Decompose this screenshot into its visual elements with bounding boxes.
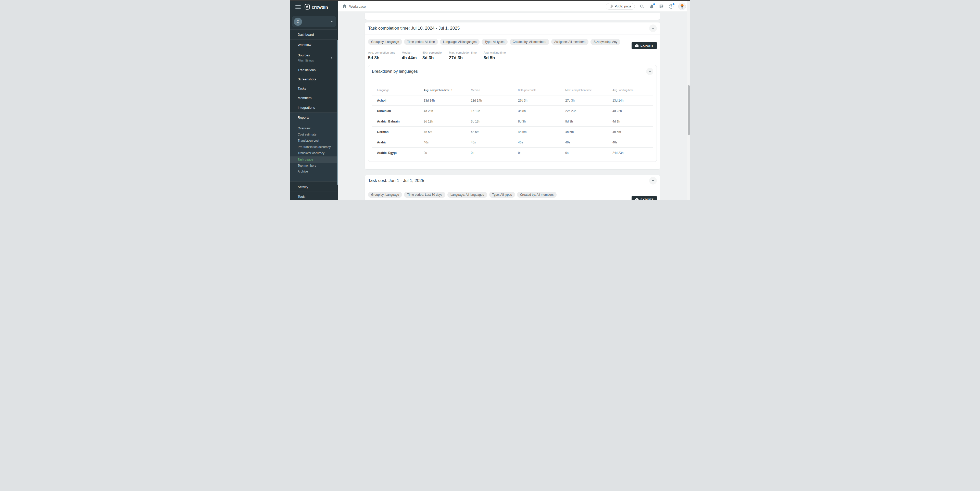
robot-avatar-image [679, 3, 685, 10]
column-median[interactable]: Median [471, 89, 518, 92]
column-language[interactable]: Language [377, 89, 424, 92]
table-row: Arabic, Egypt 0s 0s 0s 0s 24d 23h [372, 147, 653, 158]
filter-chip-language[interactable]: Language: All languages [440, 39, 480, 45]
help-badge [672, 3, 675, 5]
page-scrollbar[interactable] [687, 1, 690, 200]
sidebar-item-overview[interactable]: Overview [290, 125, 337, 132]
task-completion-body: Group by: Language Time period: All time… [365, 39, 660, 162]
filter-chip-created-by[interactable]: Created by: All members [510, 39, 549, 45]
notifications-bell-icon[interactable] [649, 4, 654, 9]
app-window: crowdin C Dashboard Workflow Sources Fil… [290, 0, 690, 200]
export-button[interactable]: EXPORT [632, 196, 657, 200]
chevron-up-icon [651, 179, 655, 183]
breadcrumb[interactable]: Workspace [342, 4, 366, 9]
sidebar-item-tasks[interactable]: Tasks [290, 83, 337, 94]
column-avg-waiting-time[interactable]: Avg. waiting time [612, 89, 653, 92]
task-cost-title: Task cost: Jun 1 - Jul 1, 2025 [368, 178, 424, 183]
help-icon[interactable]: ? [668, 4, 674, 9]
public-page-button[interactable]: Public page [606, 3, 635, 10]
collapse-task-cost-button[interactable] [649, 177, 657, 185]
sidebar-item-archive[interactable]: Archive [290, 169, 337, 175]
sidebar-item-sources-subtitle: Files, Strings [290, 59, 337, 62]
chevron-up-icon [648, 70, 652, 73]
task-completion-card: Task completion time: Jul 10, 2024 - Jul… [365, 22, 660, 169]
topbar: Workspace Public page ? [338, 1, 690, 12]
previous-card-bottom [365, 13, 660, 20]
filter-chip-size-words[interactable]: Size (words): Any [590, 39, 620, 45]
sidebar-item-translation-cost[interactable]: Translation cost [290, 137, 337, 144]
divider [290, 191, 337, 191]
collapse-task-completion-button[interactable] [649, 24, 657, 32]
filter-chip-created-by[interactable]: Created by: All members [517, 192, 557, 198]
filter-chip-language[interactable]: Language: All languages [447, 192, 487, 198]
workspace-switcher[interactable]: C [292, 16, 336, 27]
breakdown-by-languages-card: Breakdown by languages Language Avg. com… [368, 65, 657, 162]
table-row: Arabic, Bahrain 3d 13h 3d 13h 8d 3h 8d 3… [372, 116, 653, 126]
task-cost-body: Group by: Language Time period: Last 30 … [365, 192, 660, 198]
task-cost-filters: Group by: Language Time period: Last 30 … [368, 192, 657, 198]
sidebar-item-translations[interactable]: Translations [290, 65, 337, 75]
sidebar-item-translator-accuracy[interactable]: Translator accuracy [290, 150, 337, 156]
filter-chip-time-period[interactable]: Time period: Last 30 days [404, 192, 445, 198]
sidebar: crowdin C Dashboard Workflow Sources Fil… [290, 1, 338, 200]
stat-max-completion-time: Max. completion time 27d 3h [449, 51, 484, 61]
public-page-label: Public page [615, 5, 631, 8]
sidebar-scrollbar[interactable] [337, 40, 338, 185]
divider [290, 39, 337, 40]
topbar-actions: Public page ? [606, 3, 690, 10]
breakdown-title: Breakdown by languages [372, 69, 418, 74]
breadcrumb-label: Workspace [349, 5, 366, 8]
filter-chip-type[interactable]: Type: All types [482, 39, 508, 45]
page-scrollbar-thumb[interactable] [688, 85, 690, 135]
sidebar-item-top-members[interactable]: Top members [290, 163, 337, 169]
sidebar-item-tools[interactable]: Tools [290, 192, 337, 200]
sidebar-item-activity[interactable]: Activity [290, 182, 337, 192]
table-row: Arabic 46s 46s 46s 46s 46s [372, 137, 653, 147]
crowdin-logo[interactable]: crowdin [304, 4, 328, 11]
chevron-down-icon [331, 21, 333, 22]
main-content: Task completion time: Jul 10, 2024 - Jul… [338, 12, 690, 200]
task-completion-filters: Group by: Language Time period: All time… [368, 39, 657, 45]
column-80th-percentile[interactable]: 80th percentile [518, 89, 565, 92]
sidebar-item-integrations[interactable]: Integrations [290, 103, 337, 113]
table-row: German 4h 5m 4h 5m 4h 5m 4h 5m 4h 5m [372, 126, 653, 137]
sidebar-item-reports[interactable]: Reports [290, 113, 337, 123]
filter-chip-assignee[interactable]: Assignee: All members [551, 39, 589, 45]
search-icon[interactable] [640, 4, 644, 9]
chevron-up-icon [651, 26, 655, 30]
home-icon[interactable] [342, 4, 347, 9]
globe-icon [609, 4, 613, 9]
stat-80th-percentile: 80th percentile 8d 3h [422, 51, 449, 61]
window-titlebar-strip [290, 0, 690, 1]
column-avg-completion-time[interactable]: Avg. completion time↑ [424, 88, 471, 92]
sidebar-item-workflow[interactable]: Workflow [290, 40, 337, 50]
sidebar-item-dashboard[interactable]: Dashboard [290, 30, 337, 40]
user-avatar[interactable] [678, 3, 686, 10]
task-cost-card: Task cost: Jun 1 - Jul 1, 2025 Group by:… [365, 175, 660, 200]
task-completion-header: Task completion time: Jul 10, 2024 - Jul… [365, 22, 660, 35]
breakdown-header: Breakdown by languages [368, 65, 657, 78]
table-row: Acholi 13d 14h 13d 14h 27d 3h 27d 3h 13d… [372, 95, 653, 105]
messages-icon[interactable] [659, 4, 664, 9]
crowdin-logo-icon [304, 4, 310, 11]
sidebar-item-members[interactable]: Members [290, 93, 337, 103]
column-max-completion-time[interactable]: Max. completion time [565, 89, 612, 92]
crowdin-wordmark: crowdin [312, 5, 328, 10]
filter-chip-group-by[interactable]: Group by: Language [368, 39, 402, 45]
collapse-breakdown-button[interactable] [646, 68, 653, 75]
stat-avg-completion-time: Avg. completion time 5d 8h [368, 51, 402, 61]
table-header-row: Language Avg. completion time↑ Median 80… [372, 85, 653, 95]
task-cost-header: Task cost: Jun 1 - Jul 1, 2025 [365, 175, 660, 186]
menu-icon[interactable] [295, 5, 301, 9]
sidebar-item-screenshots[interactable]: Screenshots [290, 74, 337, 84]
sidebar-item-pre-translation-accuracy[interactable]: Pre-translation accuracy [290, 144, 337, 150]
sidebar-item-cost-estimate[interactable]: Cost estimate [290, 131, 337, 138]
export-button[interactable]: EXPORT [632, 42, 657, 49]
completion-stats: Avg. completion time 5d 8h Median 4h 44m… [368, 51, 657, 61]
filter-chip-type[interactable]: Type: All types [489, 192, 515, 198]
filter-chip-group-by[interactable]: Group by: Language [368, 192, 402, 198]
filter-chip-time-period[interactable]: Time period: All time [404, 39, 438, 45]
sidebar-item-task-usage[interactable]: Task usage [290, 156, 337, 163]
sidebar-header: crowdin [290, 1, 338, 13]
cloud-download-icon [635, 44, 639, 48]
